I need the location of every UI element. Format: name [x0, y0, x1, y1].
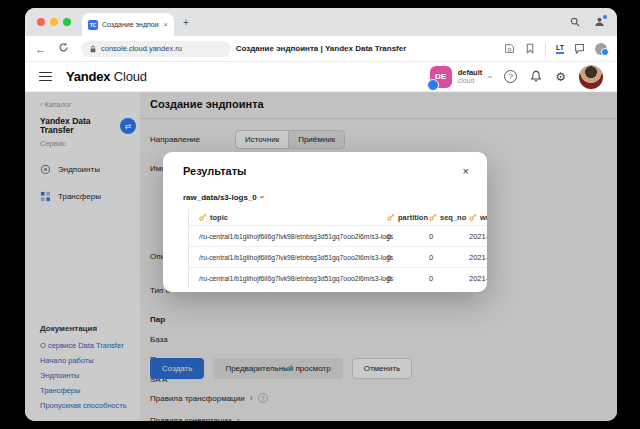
menu-icon[interactable]	[39, 69, 52, 84]
save-icon[interactable]	[504, 43, 515, 54]
tab-strip: ТС Создание эндпоинта × +	[25, 8, 617, 36]
close-window-button[interactable]	[37, 18, 45, 26]
account-name: default	[458, 69, 483, 77]
seq-no-cell: 0	[429, 253, 433, 262]
user-avatar[interactable]	[579, 65, 603, 89]
modal-title: Результаты	[183, 165, 463, 177]
browser-toolbar: ← console.cloud.yandex.ru Создание эндпо…	[25, 36, 617, 62]
tab-close-icon[interactable]: ×	[163, 20, 168, 29]
partition-cell: 0	[387, 274, 391, 283]
account-avatar: DE	[430, 66, 452, 88]
key-icon	[429, 213, 437, 221]
table-header-row: topic partition seq_no wri	[189, 209, 487, 225]
address-url: console.cloud.yandex.ru	[101, 44, 182, 53]
seq-no-cell: 0	[429, 274, 433, 283]
results-table: topic partition seq_no wri /ru-central1/…	[188, 209, 487, 288]
tab-search-icon[interactable]	[570, 17, 580, 29]
topic-cell: /ru-central1/b1glihojf6il6g7lvk98/etnbsg…	[199, 275, 393, 282]
key-icon	[469, 213, 477, 221]
maximize-window-button[interactable]	[63, 18, 71, 26]
profile-avatar-icon[interactable]	[595, 43, 607, 55]
help-icon[interactable]: ?	[504, 70, 517, 83]
close-icon[interactable]: ×	[463, 165, 469, 177]
write-time-cell: 2021-1	[469, 232, 487, 241]
lock-icon	[89, 45, 97, 53]
table-row[interactable]: /ru-central1/b1glihojf6il6g7lvk98/etnbsg…	[189, 246, 487, 267]
tab-title: Создание эндпоинта	[102, 21, 159, 28]
minimize-window-button[interactable]	[50, 18, 58, 26]
key-icon	[199, 213, 207, 221]
bookmark-icon[interactable]	[525, 43, 535, 54]
address-bar[interactable]: console.cloud.yandex.ru	[81, 41, 231, 57]
topic-cell: /ru-central1/b1glihojf6il6g7lvk98/etnbsg…	[199, 233, 393, 240]
chevron-down-icon: ›	[485, 75, 495, 78]
key-icon	[387, 213, 395, 221]
topic-cell: /ru-central1/b1glihojf6il6g7lvk98/etnbsg…	[199, 254, 393, 261]
yandex-cloud-logo[interactable]: Yandex Cloud	[66, 69, 147, 84]
browser-profile-icon[interactable]	[594, 16, 605, 29]
window-controls	[37, 18, 71, 26]
partition-cell: 0	[387, 232, 391, 241]
tab-favicon-icon: ТС	[88, 20, 98, 30]
browser-window: ТС Создание эндпоинта × + ← console.clou…	[25, 8, 617, 421]
column-header-write-time[interactable]: wri	[480, 213, 487, 222]
chat-extension-icon[interactable]	[574, 43, 585, 54]
results-modal: Результаты × raw_data/s3-logs_0 › topic …	[163, 152, 487, 292]
chevron-down-icon: ›	[256, 196, 266, 199]
toolbar-divider	[545, 43, 546, 55]
table-row[interactable]: /ru-central1/b1glihojf6il6g7lvk98/etnbsg…	[189, 267, 487, 288]
column-header-topic[interactable]: topic	[210, 213, 228, 222]
back-icon[interactable]: ←	[35, 43, 46, 55]
console-header: Yandex Cloud DE default cloud › ? ⚙	[25, 62, 617, 92]
lt-extension-button[interactable]: LT	[556, 44, 564, 54]
seq-no-cell: 0	[429, 232, 433, 241]
dataset-selector[interactable]: raw_data/s3-logs_0 ›	[183, 192, 487, 202]
browser-tab[interactable]: ТС Создание эндпоинта ×	[82, 13, 174, 36]
partition-cell: 0	[387, 253, 391, 262]
new-tab-button[interactable]: +	[183, 17, 189, 28]
reload-icon[interactable]	[58, 42, 69, 55]
account-switcher[interactable]: DE default cloud ›	[430, 66, 492, 88]
write-time-cell: 2021-1	[469, 274, 487, 283]
table-row[interactable]: /ru-central1/b1glihojf6il6g7lvk98/etnbsg…	[189, 225, 487, 246]
bell-icon[interactable]	[530, 68, 542, 86]
account-scope: cloud	[458, 77, 483, 84]
gear-icon[interactable]: ⚙	[555, 70, 566, 84]
write-time-cell: 2021-1	[469, 253, 487, 262]
